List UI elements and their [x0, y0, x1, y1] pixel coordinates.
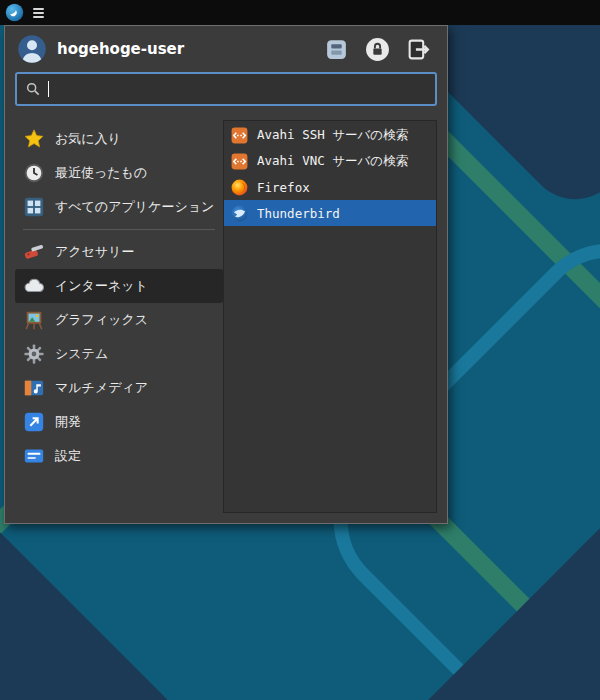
star-icon — [23, 128, 45, 150]
lock-icon — [365, 37, 390, 62]
system-gear-icon — [23, 343, 45, 365]
username: hogehoge-user — [57, 40, 184, 58]
avahi-icon — [230, 152, 249, 171]
category-system[interactable]: システム — [15, 337, 223, 371]
category-recently-used[interactable]: 最近使ったもの — [15, 156, 223, 190]
accessories-icon — [23, 241, 45, 263]
settings-manager-button[interactable] — [324, 37, 349, 62]
category-graphics[interactable]: グラフィックス — [15, 303, 223, 337]
whisker-menu: hogehoge-user — [4, 25, 448, 524]
category-label: グラフィックス — [55, 311, 148, 329]
thunderbird-icon — [230, 204, 249, 223]
category-list: お気に入り 最近使ったもの すべてのアプリケーション アクセサリー — [15, 120, 223, 513]
app-item-avahi-vnc[interactable]: Avahi VNC サーバの検索 — [224, 148, 436, 174]
hamburger-icon[interactable] — [31, 6, 46, 20]
internet-cloud-icon — [23, 275, 45, 297]
category-all-applications[interactable]: すべてのアプリケーション — [15, 190, 223, 224]
application-list: Avahi SSH サーバの検索 Avahi VNC サーバの検索 Firefo… — [223, 120, 437, 513]
category-label: アクセサリー — [55, 243, 135, 261]
category-label: マルチメディア — [55, 379, 148, 397]
category-accessories[interactable]: アクセサリー — [15, 235, 223, 269]
app-item-avahi-ssh[interactable]: Avahi SSH サーバの検索 — [224, 122, 436, 148]
category-label: 開発 — [55, 413, 81, 431]
category-label: 最近使ったもの — [55, 164, 147, 182]
app-label: Thunderbird — [257, 206, 340, 221]
category-separator — [23, 229, 215, 230]
top-panel — [0, 0, 600, 25]
app-label: Firefox — [257, 180, 310, 195]
category-favorites[interactable]: お気に入り — [15, 122, 223, 156]
category-settings[interactable]: 設定 — [15, 439, 223, 473]
lock-screen-button[interactable] — [365, 37, 390, 62]
app-label: Avahi VNC サーバの検索 — [257, 153, 408, 170]
whisker-menu-logo-icon — [5, 3, 24, 22]
menu-header: hogehoge-user — [5, 26, 447, 70]
settings-manager-icon — [324, 37, 349, 62]
user-box: hogehoge-user — [17, 34, 184, 64]
category-label: インターネット — [55, 277, 148, 295]
settings-icon — [23, 445, 45, 467]
category-multimedia[interactable]: マルチメディア — [15, 371, 223, 405]
text-caret — [48, 81, 49, 97]
search-input[interactable] — [15, 72, 437, 106]
log-out-button[interactable] — [406, 37, 431, 62]
firefox-icon — [230, 178, 249, 197]
development-icon — [23, 411, 45, 433]
app-item-thunderbird[interactable]: Thunderbird — [224, 200, 436, 226]
user-avatar-icon — [17, 34, 47, 64]
app-label: Avahi SSH サーバの検索 — [257, 127, 408, 144]
logout-icon — [406, 37, 431, 62]
menu-body: お気に入り 最近使ったもの すべてのアプリケーション アクセサリー — [5, 114, 447, 523]
category-internet[interactable]: インターネット — [15, 269, 223, 303]
clock-icon — [23, 162, 45, 184]
search-icon — [25, 81, 41, 97]
category-development[interactable]: 開発 — [15, 405, 223, 439]
app-item-firefox[interactable]: Firefox — [224, 174, 436, 200]
whisker-menu-button[interactable] — [5, 3, 24, 22]
category-label: お気に入り — [55, 130, 121, 148]
graphics-icon — [23, 309, 45, 331]
multimedia-icon — [23, 377, 45, 399]
all-apps-grid-icon — [23, 196, 45, 218]
header-actions — [324, 37, 435, 62]
category-label: システム — [55, 345, 108, 363]
avahi-icon — [230, 126, 249, 145]
category-label: 設定 — [55, 447, 81, 465]
category-label: すべてのアプリケーション — [55, 198, 214, 216]
